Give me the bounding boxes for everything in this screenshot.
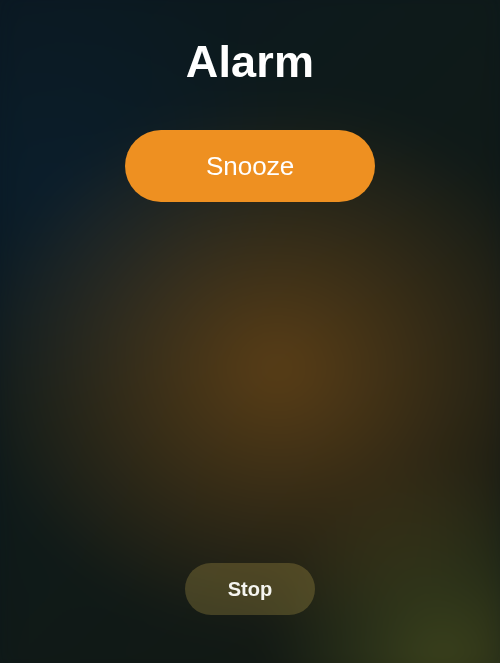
snooze-button-label: Snooze — [206, 151, 294, 182]
stop-button-label: Stop — [228, 578, 272, 601]
snooze-button[interactable]: Snooze — [125, 130, 375, 202]
stop-button[interactable]: Stop — [185, 563, 315, 615]
alarm-title: Alarm — [186, 36, 315, 88]
